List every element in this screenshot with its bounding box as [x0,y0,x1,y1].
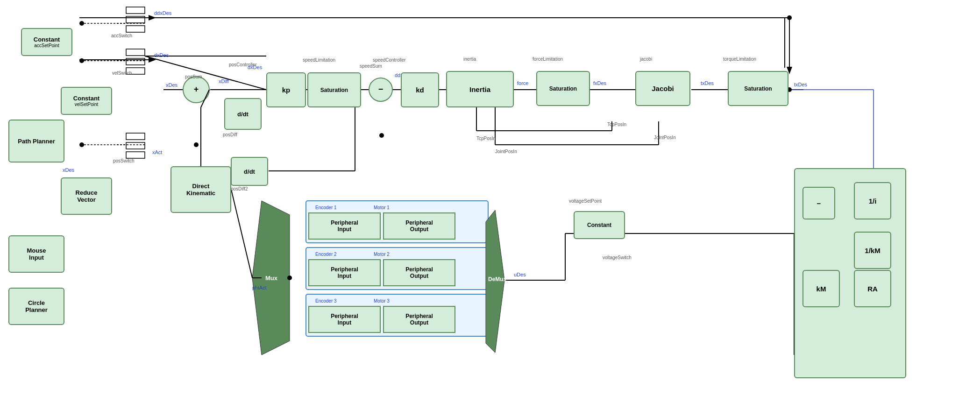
kp-label: kp [282,86,291,94]
constant2-block[interactable]: Constant velSetPoint [61,87,112,115]
jointposin1-label: JointPosIn [495,149,517,154]
constant1-label: Constant [34,36,60,43]
saturation1-block[interactable]: Saturation [307,72,361,107]
kp-block[interactable]: kp [266,72,306,107]
jointposin2-label: JointPosIn [654,135,676,140]
speedsum-label: speedSum [360,64,382,69]
mux-label: Mux [265,275,278,282]
speedctrl-label: speedController [373,57,406,63]
constant1-sublabel: accSetPoint [34,43,59,48]
direct-kinematic-block[interactable]: DirectKinematic [170,166,231,213]
pos-diff-block[interactable]: d/dt [224,98,262,130]
mot3-label: Motor 3 [374,298,390,304]
phiact-label: phiAct [252,285,267,290]
inertia-label: Inertia [469,85,490,93]
peripheral-input-1-label: PeripheralInput [331,219,358,233]
reduce-vector-block[interactable]: ReduceVector [61,177,112,215]
minus-block[interactable]: − [802,187,835,219]
svg-rect-21 [126,152,145,158]
forcelim-label: forceLimitation [533,57,563,62]
peripheral-output-2[interactable]: PeripheralOutput [383,259,455,286]
svg-point-30 [369,78,392,101]
svg-rect-19 [126,133,145,140]
one-over-i-label: 1/i [869,197,877,205]
peripheral-input-3-label: PeripheralInput [331,313,358,326]
one-over-i-block[interactable]: 1/i [854,182,891,219]
constant2-label: Constant [73,95,99,102]
svg-point-28 [183,77,209,103]
peripheral-output-2-label: PeripheralOutput [405,266,433,279]
txdes2-label: txDes [794,82,808,87]
svg-point-83 [79,58,84,63]
txdes-label: txDes [701,80,714,86]
direct-kinematic-label: DirectKinematic [186,183,215,197]
svg-rect-14 [126,16,145,23]
speedlim-label: speedLimitation [303,57,335,63]
kd-block[interactable]: kd [401,72,439,107]
svg-line-71 [201,90,209,107]
peripheral-input-1[interactable]: PeripheralInput [308,212,381,240]
peripheral-output-1[interactable]: PeripheralOutput [383,212,455,240]
mouse-input-label: MouseInput [27,247,46,261]
kd-label: kd [416,86,424,94]
saturation2-label: Saturation [549,85,577,92]
inertia-top-label: inertia [463,57,476,62]
svg-text:−: − [378,85,383,94]
posswitch-label: posSwitch [113,158,135,163]
svg-point-79 [379,133,384,138]
voltsp-label: voltageSetPoint [569,198,602,204]
peripheral-output-1-label: PeripheralOutput [405,219,433,233]
diagram-container: + − + + [0,0,980,396]
path-planner-label: Path Planner [18,138,55,145]
xdes-label: xDes [166,82,178,88]
enc1-label: Encoder 1 [315,205,337,210]
constant2-sublabel: velSetPoint [75,102,99,107]
poscontroller-label: posController [229,62,257,67]
one-over-km-block[interactable]: 1/kM [854,232,891,269]
svg-rect-13 [126,7,145,14]
ddxdes-label: ddxDes [154,10,172,16]
svg-rect-18 [126,68,145,74]
voltage-constant-block[interactable]: Constant [574,211,625,239]
svg-line-1 [145,56,266,90]
constant1-block[interactable]: Constant accSetPoint [21,28,72,56]
peripheral-output-3-label: PeripheralOutput [405,313,433,326]
minus-label: − [817,199,821,207]
path-planner-block[interactable]: Path Planner [8,120,64,163]
circle-planner-block[interactable]: CirclePlanner [8,288,64,325]
svg-text:+: + [194,85,199,94]
jacobi-top-label: jacobi [639,57,652,62]
svg-point-84 [79,142,84,147]
reduce-vector-label: ReduceVector [76,189,98,203]
svg-rect-20 [126,142,145,149]
velswitch-label: velSwitch [112,71,132,76]
svg-point-81 [787,15,792,20]
inertia-block[interactable]: Inertia [446,71,514,107]
jacobi-block[interactable]: Jacobi [635,71,690,106]
pos-diff2-block[interactable]: d/dt [231,157,268,186]
udes-label: uDes [514,272,526,277]
ra-block[interactable]: RA [854,270,891,307]
saturation3-block[interactable]: Saturation [728,71,788,106]
saturation3-label: Saturation [744,85,772,92]
circle-planner-label: CirclePlanner [25,299,48,313]
one-over-km-label: 1/kM [865,247,880,255]
mot1-label: Motor 1 [374,205,390,210]
peripheral-output-3[interactable]: PeripheralOutput [383,306,455,333]
peripheral-input-2-label: PeripheralInput [331,266,358,279]
svg-point-85 [287,276,292,280]
peripheral-input-3[interactable]: PeripheralInput [308,306,381,333]
xact-label: xAct [152,149,162,155]
peripheral-input-2[interactable]: PeripheralInput [308,259,381,286]
accswitch-label: accSwitch [111,33,132,38]
mot2-label: Motor 2 [374,252,390,257]
ra-label: RA [867,285,878,293]
enc3-label: Encoder 3 [315,298,337,304]
pos-diff2-label: d/dt [244,168,255,175]
km-block[interactable]: kM [802,270,840,307]
saturation2-block[interactable]: Saturation [536,71,590,106]
tcpposin2-label: TcpPosIn [607,122,626,127]
voltage-constant-label: Constant [587,222,611,228]
mouse-input-block[interactable]: MouseInput [8,235,64,273]
svg-rect-16 [126,49,145,56]
